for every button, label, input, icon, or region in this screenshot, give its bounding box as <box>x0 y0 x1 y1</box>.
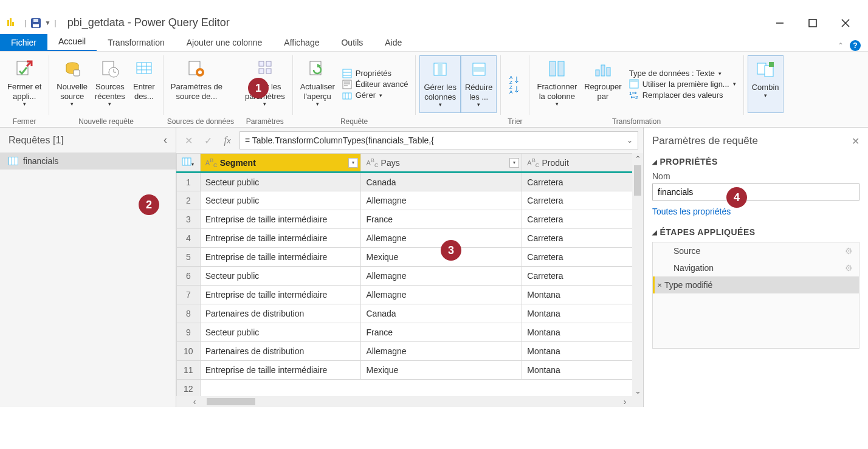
qat-dropdown-icon[interactable]: ▼ <box>44 19 50 26</box>
cell[interactable]: Carretera <box>522 267 643 286</box>
enter-data-button[interactable]: Entrer des... <box>129 55 159 113</box>
horizontal-scrollbar[interactable]: ‹ › <box>176 396 643 407</box>
refresh-preview-button[interactable]: Actualiser l'aperçu▾ <box>297 55 339 113</box>
row-number[interactable]: 8 <box>177 304 201 323</box>
properties-button[interactable]: Propriétés <box>342 69 408 78</box>
sort-asc-button[interactable]: AZ <box>509 75 520 84</box>
cell[interactable]: Carretera <box>522 191 643 210</box>
combine-button[interactable]: Combin▾ <box>748 55 784 113</box>
cell[interactable]: Allemagne <box>361 191 522 210</box>
split-column-button[interactable]: Fractionner la colonne▾ <box>533 55 580 113</box>
table-row[interactable]: 6Secteur publicAllemagneCarretera <box>177 267 643 286</box>
cell[interactable]: Montana <box>522 323 643 342</box>
formula-fx-icon[interactable]: fx <box>220 133 235 148</box>
formula-expand-icon[interactable]: ⌄ <box>627 136 633 145</box>
row-number[interactable]: 4 <box>177 229 201 248</box>
table-row[interactable]: 7Entreprise de taille intermédiaireAllem… <box>177 286 643 304</box>
column-header-pays[interactable]: ABC Pays ▾ <box>361 154 522 173</box>
cell[interactable]: Allemagne <box>361 342 522 361</box>
row-number[interactable]: 2 <box>177 191 201 210</box>
scroll-up-icon[interactable]: ⌃ <box>632 153 643 164</box>
row-number[interactable]: 7 <box>177 286 201 304</box>
applied-step[interactable]: Navigation⚙ <box>653 259 859 276</box>
column-filter-icon[interactable]: ▾ <box>348 158 358 168</box>
collapse-queries-icon[interactable]: ‹ <box>164 134 167 146</box>
all-properties-link[interactable]: Toutes les propriétés <box>652 207 859 216</box>
table-row[interactable]: 3Entreprise de taille intermédiaireFranc… <box>177 210 643 229</box>
row-number[interactable]: 6 <box>177 267 201 286</box>
close-settings-icon[interactable]: ✕ <box>852 135 859 147</box>
scroll-right-icon[interactable]: › <box>619 397 631 406</box>
cell[interactable]: Entreprise de taille intermédiaire <box>200 229 361 248</box>
formula-input[interactable]: = Table.TransformColumnTypes(financials_… <box>239 131 638 149</box>
cell[interactable]: Carretera <box>522 229 643 248</box>
cell[interactable]: Canada <box>361 304 522 323</box>
hscroll-thumb[interactable] <box>207 398 255 405</box>
grid-corner[interactable]: ▾ <box>177 154 201 173</box>
table-row[interactable]: 5Entreprise de taille intermédiaireMexiq… <box>177 248 643 267</box>
cell[interactable]: Carretera <box>522 173 643 191</box>
collapse-ribbon-icon[interactable]: ⌃ <box>838 41 844 50</box>
formula-commit-icon[interactable]: ✓ <box>201 133 215 148</box>
save-icon[interactable] <box>30 17 42 29</box>
table-row[interactable]: 4Entreprise de taille intermédiaireAllem… <box>177 229 643 248</box>
cell[interactable]: Partenaires de distribution <box>200 304 361 323</box>
advanced-editor-button[interactable]: Éditeur avancé <box>342 80 408 89</box>
cell[interactable]: Entreprise de taille intermédiaire <box>200 361 361 380</box>
datasource-settings-button[interactable]: Paramètres de source de... <box>167 55 226 113</box>
reduce-rows-button[interactable]: Réduire les ... ▾ <box>461 55 497 113</box>
cell[interactable]: France <box>361 323 522 342</box>
data-type-button[interactable]: Type de données : Texte ▾ <box>629 69 736 78</box>
formula-cancel-icon[interactable]: ✕ <box>181 133 196 148</box>
table-row[interactable]: 9Secteur publicFranceMontana <box>177 323 643 342</box>
cell[interactable]: Partenaires de distribution <box>200 342 361 361</box>
cell[interactable]: Carretera <box>522 248 643 267</box>
cell[interactable]: Montana <box>522 304 643 323</box>
row-number[interactable]: 11 <box>177 361 201 380</box>
manage-query-button[interactable]: Gérer ▾ <box>342 91 408 100</box>
table-row[interactable]: 8Partenaires de distributionCanadaMontan… <box>177 304 643 323</box>
tab-tools[interactable]: Outils <box>330 34 374 51</box>
cell[interactable]: Entreprise de taille intermédiaire <box>200 286 361 304</box>
column-header-segment[interactable]: ABC Segment ▾ <box>200 154 361 173</box>
scroll-down-icon[interactable]: ⌄ <box>632 385 643 396</box>
use-first-row-button[interactable]: Utiliser la première lign... ▾ <box>629 79 736 89</box>
tab-view[interactable]: Affichage <box>273 34 330 51</box>
row-number[interactable]: 9 <box>177 323 201 342</box>
cell[interactable]: Montana <box>522 342 643 361</box>
close-button[interactable] <box>841 19 850 27</box>
row-number[interactable]: 10 <box>177 342 201 361</box>
cell[interactable]: Secteur public <box>200 267 361 286</box>
cell[interactable]: Allemagne <box>361 267 522 286</box>
applied-step[interactable]: Source⚙ <box>653 242 859 259</box>
properties-section-title[interactable]: ◢ PROPRIÉTÉS <box>652 157 859 166</box>
tab-home[interactable]: Accueil <box>47 33 97 51</box>
query-name-input[interactable] <box>652 183 859 201</box>
cell[interactable]: Mexique <box>361 361 522 380</box>
row-number[interactable]: 1 <box>177 173 201 191</box>
table-row[interactable]: 1Secteur publicCanadaCarretera <box>177 173 643 191</box>
tab-file[interactable]: Fichier <box>0 34 47 51</box>
close-apply-button[interactable]: Fermer et appli...▾ <box>4 55 45 113</box>
cell[interactable]: Canada <box>361 173 522 191</box>
row-number[interactable]: 5 <box>177 248 201 267</box>
scroll-left-icon[interactable]: ‹ <box>188 397 201 406</box>
cell[interactable]: Entreprise de taille intermédiaire <box>200 248 361 267</box>
help-icon[interactable]: ? <box>850 40 861 51</box>
vertical-scrollbar[interactable]: ⌃ ⌄ <box>632 153 643 396</box>
cell[interactable]: Montana <box>522 286 643 304</box>
column-header-produit[interactable]: ABC Produit <box>522 154 643 173</box>
recent-sources-button[interactable]: Sources récentes▾ <box>91 55 129 113</box>
step-settings-icon[interactable]: ⚙ <box>845 263 853 273</box>
tab-addcolumn[interactable]: Ajouter une colonne <box>176 34 274 51</box>
maximize-button[interactable] <box>808 19 817 27</box>
applied-steps-title[interactable]: ◢ ÉTAPES APPLIQUÉES <box>652 227 859 237</box>
cell[interactable]: France <box>361 210 522 229</box>
cell[interactable]: Secteur public <box>200 323 361 342</box>
new-source-button[interactable]: Nouvelle source ▾ <box>53 55 91 113</box>
cell[interactable]: Carretera <box>522 210 643 229</box>
step-settings-icon[interactable]: ⚙ <box>845 246 853 256</box>
minimize-button[interactable] <box>776 19 784 27</box>
tab-help[interactable]: Aide <box>374 34 413 51</box>
applied-step[interactable]: Type modifié <box>653 276 859 293</box>
